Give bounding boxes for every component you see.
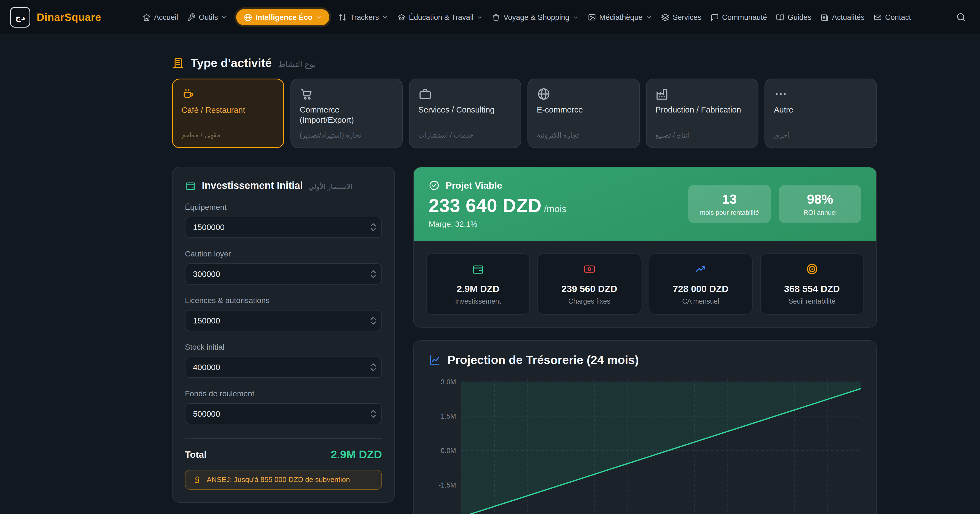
nav-item-education-travail[interactable]: Éducation & Travail [397,13,483,22]
activity-card-label: Café / Restaurant [181,105,275,115]
field-fonds-roulement [185,403,382,425]
total-value: 2.9M DZD [331,448,382,461]
stepper-icon[interactable] [370,270,377,278]
nav-item-accueil[interactable]: Accueil [142,13,178,22]
chevron-down-icon [315,14,322,21]
activity-card-label-ar: أخرى [774,131,867,139]
nav-label: Services [673,13,702,22]
activity-card-label: Commerce (Import/Export) [300,105,393,125]
equipement-input[interactable] [185,217,382,238]
right-column: Projet Viable 233 640 DZD /mois Marge: 3… [413,167,877,514]
activity-card-label: E-commerce [537,105,630,115]
shopping-cart-icon [300,87,393,101]
nav-item-voyage-shopping[interactable]: Voyage & Shopping [492,13,579,22]
activity-card-label: Production / Fabrication [655,105,749,115]
wallet-icon [472,263,484,275]
kpi-grid: 2.9M DZD Investissement 239 560 DZD Char… [414,241,877,327]
kpi-label: Investissement [433,297,523,305]
image-icon [587,13,597,22]
stepper-icon[interactable] [370,316,377,325]
chevron-down-icon [477,14,483,21]
activity-card-commerce[interactable]: Commerce (Import/Export) تجارة (استيراد/… [291,78,402,148]
investment-panel: Investissement Initial الاستثمار الأولي … [172,167,395,503]
nav-item-guides[interactable]: Guides [776,13,811,22]
brand-logo: دج [10,7,30,27]
svg-text:3.0M: 3.0M [441,378,456,385]
payback-label: mois pour rentabilité [698,209,761,217]
field-label-caution-loyer: Caution loyer [185,249,382,259]
nav-item-trackers[interactable]: Trackers [338,13,388,22]
kpi-value: 368 554 DZD [767,284,857,294]
activity-section: Type d'activité نوع النشاط Café / Restau… [172,56,877,148]
globe-icon [537,87,630,101]
kpi-label: Charges fixes [544,297,635,305]
svg-text:0.0M: 0.0M [441,447,456,455]
nav-item-communaute[interactable]: Communauté [710,13,767,22]
nav-item-contact[interactable]: Contact [873,13,911,22]
total-label: Total [185,449,207,460]
caution-loyer-input[interactable] [185,263,382,284]
nav-label: Voyage & Shopping [503,13,570,22]
brand[interactable]: دج DinarSquare [10,7,101,27]
kpi-label: CA mensuel [655,297,746,305]
field-licences [185,310,382,331]
left-column: Investissement Initial الاستثمار الأولي … [172,167,395,514]
search-icon [956,12,967,22]
viability-card: Projet Viable 233 640 DZD /mois Marge: 3… [413,167,877,328]
svg-text:1.5M: 1.5M [441,412,456,420]
nav-item-outils[interactable]: Outils [187,13,228,22]
investment-panel-title-ar: الاستثمار الأولي [309,182,353,190]
globe-icon [243,13,253,22]
viability-summary: Projet Viable 233 640 DZD /mois Marge: 3… [428,180,566,228]
nav-label: Contact [885,13,911,22]
nav-item-intelligence-eco[interactable]: Intelligence Éco [236,9,329,26]
line-chart-icon [428,354,441,366]
activity-section-title-ar: نوع النشاط [278,59,316,69]
award-icon [193,476,202,484]
activity-card-cafe-restaurant[interactable]: Café / Restaurant مقهى / مطعم [172,78,284,148]
activity-card-autre[interactable]: Autre أخرى [765,78,877,148]
factory-icon [655,87,749,101]
trending-up-icon [695,263,707,275]
chevron-down-icon [221,14,228,21]
kpi-label: Seuil rentabilité [767,297,857,305]
activity-card-services-consulting[interactable]: Services / Consulting خدمات / استشارات [409,78,521,148]
nav-label: Accueil [154,13,178,22]
licences-input[interactable] [185,310,382,331]
field-label-fonds-roulement: Fonds de roulement [185,389,382,398]
kpi-seuil-rentabilite: 368 554 DZD Seuil rentabilité [760,254,864,314]
chat-icon [710,13,719,22]
nav-item-services[interactable]: Services [661,13,702,22]
field-equipement [185,217,382,238]
kpi-charges-fixes: 239 560 DZD Charges fixes [538,254,641,314]
svg-text:-1.5M: -1.5M [439,481,457,489]
nav-item-actualites[interactable]: Actualités [820,13,864,22]
nav-label: Médiathèque [600,13,643,22]
chevron-down-icon [646,14,652,21]
search-button[interactable] [952,8,970,27]
layers-icon [661,13,670,22]
monthly-profit-suffix: /mois [544,203,566,214]
activity-card-production[interactable]: Production / Fabrication إنتاج / تصنيع [646,78,758,148]
banknote-icon [583,263,595,275]
stock-initial-input[interactable] [185,356,382,378]
mail-icon [873,13,882,22]
viability-header: Projet Viable 233 640 DZD /mois Marge: 3… [414,168,877,241]
fonds-roulement-input[interactable] [185,403,382,425]
monthly-profit: 233 640 DZD /mois [428,195,566,216]
kpi-value: 728 000 DZD [655,284,746,294]
book-open-icon [776,13,784,22]
activity-card-label-ar: إنتاج / تصنيع [655,131,749,139]
investment-panel-header: Investissement Initial الاستثمار الأولي [185,180,382,192]
activity-card-ecommerce[interactable]: E-commerce تجارة إلكترونية [528,78,640,148]
stepper-icon[interactable] [370,410,377,418]
wallet-icon [185,180,196,192]
field-label-stock-initial: Stock initial [185,343,382,351]
shopping-bag-icon [492,13,501,22]
stepper-icon[interactable] [370,223,377,232]
graduation-cap-icon [397,13,406,22]
field-label-equipement: Équipement [185,203,382,212]
main-content: Type d'activité نوع النشاط Café / Restau… [172,56,877,514]
stepper-icon[interactable] [370,363,377,372]
nav-item-mediatheque[interactable]: Médiathèque [587,13,652,22]
